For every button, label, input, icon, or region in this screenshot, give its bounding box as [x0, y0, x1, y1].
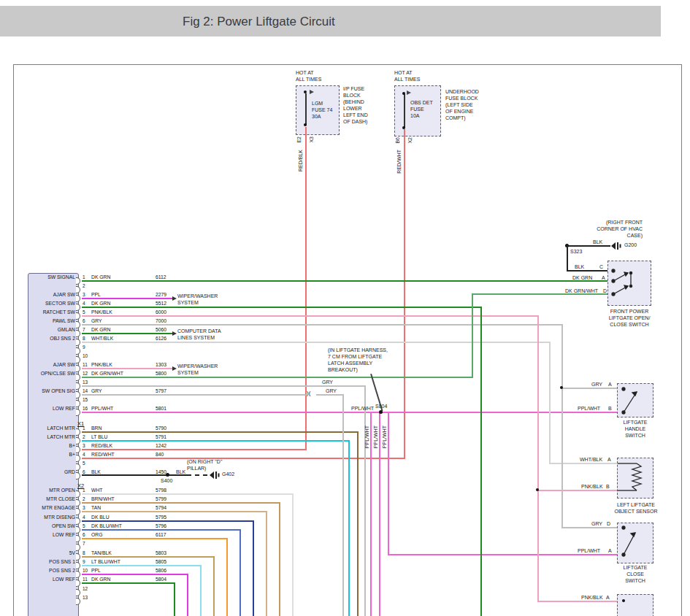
wire-color-label: RED/WHT — [396, 150, 402, 174]
pin-function: 5V — [29, 550, 75, 555]
wire-dk-grn-5512 — [82, 307, 482, 308]
pin-function: SECTOR SW — [29, 301, 75, 306]
wire-gry-5797 — [82, 394, 306, 396]
pin-function: AJAR SW — [29, 362, 75, 367]
pin-number: 10 — [83, 568, 88, 573]
text-line: 10A — [410, 113, 433, 120]
wire-color-label-vertical: PPL/WHT — [373, 426, 378, 448]
pin-function: SW OPEN SIG — [29, 388, 75, 393]
wire-color-label: GRY — [91, 388, 102, 393]
circuit-number: 6126 — [156, 336, 166, 341]
circuit-number: 5796 — [156, 523, 166, 528]
wire-pnk-blk-1303 — [82, 368, 172, 369]
pin-number: 12 — [83, 586, 88, 591]
pin-number: 11 — [83, 577, 88, 582]
pin-number: 13 — [83, 595, 88, 600]
wire-brn-wht-5799 — [82, 502, 280, 504]
circuit-number: 1242 — [156, 443, 166, 448]
wire-color-label: BLK — [575, 264, 584, 271]
wire-color-label: RED/WHT — [91, 452, 115, 457]
text-line: FUSE BLOCK — [445, 96, 479, 102]
wire-wht-vert — [292, 493, 294, 616]
pin-letter: A — [607, 457, 611, 463]
pin-number: 6 — [83, 532, 85, 537]
wire-color-label: DK GRN — [572, 275, 592, 282]
pin-number: 13 — [83, 380, 88, 385]
circuit-number: 5801 — [156, 406, 166, 411]
hot-at-label: HOT ATALL TIMES — [296, 70, 321, 83]
wire-gry-7000 — [82, 324, 563, 326]
fuse-feed-arrow-icon — [310, 90, 314, 94]
pin-number: 4 — [83, 301, 85, 306]
wire-color-label: DK GRN/WHT — [565, 288, 598, 295]
pin-function: PAWL SW — [29, 318, 75, 323]
fuse-name-label: LGMFUSE 7430A — [312, 101, 332, 120]
component-caption: LEFT LIFTGATEOBJECT SENSOR — [609, 502, 663, 515]
wire-ppl-vert — [187, 574, 188, 616]
pin-number: 1 — [83, 488, 85, 493]
wire-dk-blu-5795 — [82, 520, 254, 522]
computer-data-lines-label: COMPUTER DATALINES SYSTEM — [177, 328, 221, 342]
pin-letter: A — [606, 595, 610, 601]
pin-letter: D — [603, 288, 607, 295]
wire-color-label: BRN/WHT — [91, 496, 115, 501]
text-line: SYSTEM — [177, 300, 218, 307]
splice-label: S323 — [570, 249, 582, 255]
ground-id-label: G402 — [222, 471, 234, 478]
pin-number: 4 — [83, 515, 85, 520]
pin-number: 7 — [83, 327, 85, 332]
wire-color-label: DK BLU/WHT — [91, 523, 122, 528]
pin-number: 2 — [83, 434, 85, 439]
pin-function: LOW REF — [29, 406, 75, 411]
contact-dot — [622, 599, 625, 602]
circuit-number: 5799 — [156, 496, 166, 501]
pin-function: B+ — [29, 452, 75, 457]
pin-function: LATCH MTR — [29, 426, 75, 431]
hot-at-label: HOT ATALL TIMES — [394, 70, 420, 83]
pin-number: 7 — [83, 541, 85, 546]
arrowhead-icon — [172, 331, 177, 336]
wire-dk-blu-wht-vert — [239, 529, 241, 616]
wire-color-label: WHT — [91, 488, 102, 493]
wire-color-label: LT BLU/WHT — [91, 559, 120, 564]
pin-letter: B — [606, 484, 610, 490]
pin-function: MTR DISENG — [29, 515, 75, 520]
pin-number: 3 — [83, 443, 85, 448]
pin-letter: C — [599, 264, 603, 271]
splice-label: S400 — [161, 478, 172, 485]
text-line: (IN LIFTGATE HARNESS, — [328, 347, 388, 354]
pin-letter: A — [602, 275, 605, 282]
wire-color-label: PPL/WHT — [578, 548, 600, 555]
pin-function: AJAR SW — [29, 292, 75, 297]
wire-org-vert — [226, 538, 228, 616]
text-line: FRONT POWER — [602, 309, 657, 315]
pin-number: 5 — [83, 309, 85, 315]
pin-function: SW SIGNAL — [29, 274, 75, 280]
wire-tan-blk-vert — [213, 556, 215, 616]
pin-function: LOW REF — [29, 577, 75, 582]
text-line: WIPER/WASHER — [177, 363, 218, 370]
pin-letter: A — [608, 382, 612, 388]
pin-letter: A — [608, 548, 612, 555]
wire-brn-5790 — [82, 431, 359, 433]
pin-number: 3 — [83, 292, 85, 297]
text-line: (RIGHT FRONT — [567, 220, 643, 226]
wire-ppl-2279 — [82, 298, 172, 299]
circuit-number: 2279 — [156, 292, 166, 297]
fuse-connector-label: X2 — [407, 137, 413, 144]
fuse-name-label: OBS DETFUSE10A — [410, 100, 433, 120]
wire-color-label-vertical: PPL/WHT — [364, 426, 369, 448]
wire-red-blk-vertical — [305, 127, 307, 450]
switch-symbol — [618, 524, 651, 559]
wire-gry-pin13-vert — [364, 385, 366, 616]
pin-number: 5 — [83, 461, 85, 466]
text-line: LEFT END — [343, 112, 368, 119]
pin-number: 3 — [83, 505, 85, 510]
wire-wht-5798 — [82, 493, 294, 495]
circuit-number: 6000 — [156, 309, 166, 315]
wire-color-label: BRN — [91, 426, 101, 431]
fuse-pin-label: E2 — [296, 136, 302, 143]
text-line: SYSTEM — [177, 370, 218, 377]
wire-color-label: PNK/BLK — [581, 595, 603, 601]
text-line: LOWER — [343, 106, 368, 112]
